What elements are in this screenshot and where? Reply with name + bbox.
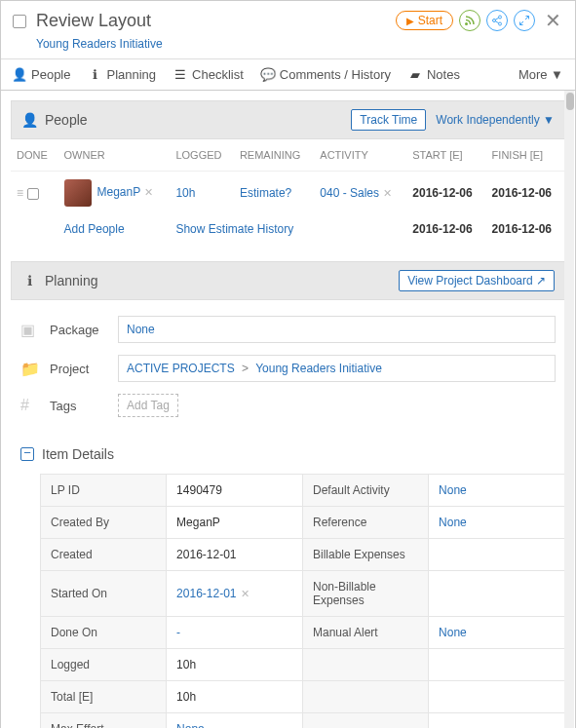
expand-icon[interactable]	[514, 10, 535, 31]
detail-value[interactable]: None	[429, 507, 565, 539]
svg-point-1	[499, 16, 502, 19]
content: 👤 People Track Time Work Independently ▼…	[1, 91, 575, 728]
detail-value	[429, 571, 565, 617]
col-logged: LOGGED	[170, 139, 233, 172]
detail-label: Started On	[41, 571, 167, 617]
project-breadcrumb[interactable]: ACTIVE PROJECTS > Young Readers Initiati…	[118, 355, 556, 382]
people-table: DONE OWNER LOGGED REMAINING ACTIVITY STA…	[11, 139, 565, 244]
detail-value[interactable]: 2016-12-01✕	[167, 571, 303, 617]
package-label: Package	[50, 323, 118, 337]
detail-value: 2016-12-01	[167, 539, 303, 571]
tab-comments[interactable]: 💬Comments / History	[261, 67, 391, 82]
detail-label	[302, 649, 428, 681]
rss-icon[interactable]	[459, 10, 480, 31]
tab-notes[interactable]: ▰Notes	[408, 67, 460, 82]
scrollbar-thumb[interactable]	[566, 93, 574, 110]
row-checkbox[interactable]	[27, 188, 39, 200]
detail-value[interactable]: -	[167, 617, 303, 649]
package-value[interactable]: None	[118, 316, 556, 343]
person-icon: 👤	[13, 68, 26, 82]
svg-point-0	[466, 23, 468, 25]
done-checkbox[interactable]	[13, 15, 26, 28]
show-history-link[interactable]: Show Estimate History	[175, 222, 293, 236]
detail-value[interactable]: None	[429, 475, 565, 507]
col-start: START [E]	[406, 139, 485, 172]
scrollbar-track[interactable]	[564, 91, 574, 728]
detail-value	[429, 539, 565, 571]
detail-value	[429, 649, 565, 681]
svg-point-3	[499, 22, 502, 25]
detail-label: Created By	[41, 507, 167, 539]
detail-value: MeganP	[167, 507, 303, 539]
detail-label: Billable Expenses	[302, 539, 428, 571]
tags-label: Tags	[50, 399, 118, 413]
project-link[interactable]: Young Readers Initiative	[36, 37, 563, 51]
detail-row: Logged10h	[41, 649, 565, 681]
section-title: Planning	[45, 273, 98, 288]
info-icon: ℹ	[88, 68, 101, 82]
detail-row: Started On2016-12-01✕Non-Billable Expens…	[41, 571, 565, 617]
add-people-link[interactable]: Add People	[64, 222, 125, 236]
clear-icon[interactable]: ✕	[241, 588, 250, 599]
tab-people[interactable]: 👤People	[13, 67, 70, 82]
col-activity: ACTIVITY	[314, 139, 406, 172]
col-done: DONE	[11, 139, 58, 172]
detail-value[interactable]: None	[429, 617, 565, 649]
col-finish: FINISH [E]	[486, 139, 565, 172]
detail-label: Default Activity	[302, 475, 428, 507]
detail-label: Total [E]	[41, 681, 167, 713]
remove-owner-icon[interactable]: ✕	[144, 186, 153, 198]
svg-line-4	[495, 18, 499, 19]
detail-label: Logged	[41, 649, 167, 681]
notes-icon: ▰	[408, 68, 422, 82]
estimate-link[interactable]: Estimate?	[240, 186, 291, 200]
remove-activity-icon[interactable]: ✕	[383, 187, 392, 199]
close-icon[interactable]: ✕	[541, 9, 565, 32]
tab-planning[interactable]: ℹPlanning	[88, 67, 156, 82]
detail-row: Done On-Manual AlertNone	[41, 617, 565, 649]
package-row: ▣ Package None	[11, 310, 565, 349]
collapse-icon[interactable]: −	[20, 447, 34, 461]
work-independently-dropdown[interactable]: Work Independently ▼	[436, 113, 555, 127]
drag-handle-icon[interactable]: ≡	[17, 186, 23, 200]
detail-value: 10h	[167, 649, 303, 681]
detail-value	[429, 713, 565, 729]
item-details-table: LP ID1490479Default ActivityNoneCreated …	[40, 474, 565, 728]
detail-value: 10h	[167, 681, 303, 713]
add-tag-input[interactable]: Add Tag	[118, 394, 178, 417]
detail-value	[429, 681, 565, 713]
folder-icon: 📁	[20, 361, 40, 376]
section-title: Item Details	[42, 446, 114, 462]
share-icon[interactable]	[486, 10, 508, 31]
view-dashboard-button[interactable]: View Project Dashboard ↗	[399, 270, 555, 291]
project-row: 📁 Project ACTIVE PROJECTS > Young Reader…	[11, 349, 565, 388]
start-button[interactable]: Start	[396, 11, 453, 30]
detail-label: Reference	[302, 507, 428, 539]
detail-label	[302, 713, 428, 729]
finish-date: 2016-12-06	[486, 172, 565, 215]
tab-checklist[interactable]: ☰Checklist	[173, 67, 244, 82]
logged-value[interactable]: 10h	[175, 186, 195, 200]
project-label: Project	[50, 362, 118, 376]
page-title: Review Layout	[36, 11, 151, 31]
detail-label	[302, 681, 428, 713]
start-date: 2016-12-06	[406, 172, 485, 215]
track-time-button[interactable]: Track Time	[351, 109, 426, 131]
comment-icon: 💬	[261, 68, 275, 82]
detail-row: Created ByMeganPReferenceNone	[41, 507, 565, 539]
hash-icon: #	[20, 398, 40, 413]
info-icon: ℹ	[21, 273, 37, 288]
svg-line-5	[495, 21, 499, 23]
detail-row: LP ID1490479Default ActivityNone	[41, 475, 565, 507]
table-row: Add People Show Estimate History 2016-12…	[11, 214, 565, 244]
activity-link[interactable]: 040 - Sales	[320, 186, 379, 200]
tab-more[interactable]: More ▼	[518, 67, 563, 82]
svg-line-7	[520, 21, 524, 25]
col-owner: OWNER	[58, 139, 171, 172]
detail-value[interactable]: None	[167, 713, 303, 729]
detail-label: Done On	[41, 617, 167, 649]
table-row: ≡ MeganP✕ 10h Estimate? 040 - Sales✕ 201…	[11, 172, 565, 215]
detail-label: Non-Billable Expenses	[302, 571, 428, 617]
owner-link[interactable]: MeganP	[97, 185, 141, 199]
people-section-header: 👤 People Track Time Work Independently ▼	[11, 100, 565, 139]
